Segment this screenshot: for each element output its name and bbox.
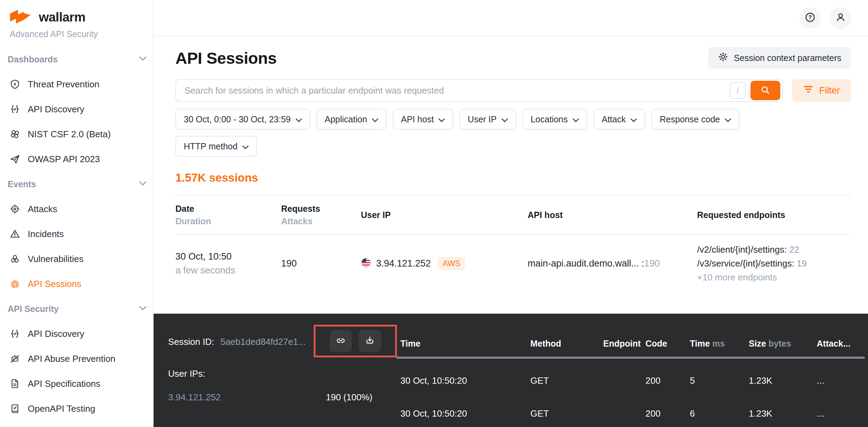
page-title: API Sessions bbox=[175, 49, 277, 68]
sidebar-item-nist-csf[interactable]: NIST CSF 2.0 (Beta) bbox=[8, 122, 147, 147]
user-menu-button[interactable] bbox=[830, 7, 851, 29]
date-range-filter[interactable]: 30 Oct, 0:00 - 30 Oct, 23:59 bbox=[175, 109, 310, 130]
requests-table-header: Time Method Endpoint Code Time ms Size b… bbox=[400, 339, 868, 349]
search-input[interactable] bbox=[184, 85, 725, 96]
col-time-ms: Time ms bbox=[690, 339, 749, 349]
col-size: Size bytes bbox=[749, 339, 817, 349]
copy-session-link-button[interactable] bbox=[330, 330, 352, 352]
filter-lines-icon bbox=[803, 85, 814, 96]
wallarm-console: wallarm Advanced API Security Dashboards… bbox=[0, 0, 868, 427]
session-api-host: main-api.audit.demo.wall... bbox=[528, 258, 639, 269]
session-row[interactable]: 30 Oct, 10:50 a few seconds 190 3.94.121… bbox=[175, 235, 851, 292]
fingerprint-icon bbox=[10, 279, 20, 289]
attack-filter[interactable]: Attack bbox=[593, 109, 645, 130]
annotation-highlight bbox=[314, 325, 397, 357]
chevron-down-icon bbox=[242, 141, 249, 151]
col-method: Method bbox=[530, 339, 603, 349]
logo[interactable]: wallarm bbox=[8, 9, 147, 26]
main-area: ? API Sessions Session context parameter… bbox=[154, 0, 868, 427]
session-user-ip: 3.94.121.252 bbox=[376, 258, 431, 269]
chevron-down-icon bbox=[139, 56, 147, 62]
filter-button[interactable]: Filter bbox=[792, 79, 851, 102]
session-duration: a few seconds bbox=[175, 263, 281, 277]
session-date: 30 Oct, 10:50 bbox=[175, 250, 281, 263]
sidebar-item-api-specifications[interactable]: API Specifications bbox=[8, 371, 147, 396]
download-session-button[interactable] bbox=[359, 330, 381, 352]
gear-icon bbox=[718, 52, 728, 64]
panel-user-ip[interactable]: 3.94.121.252 bbox=[168, 392, 221, 403]
shield-bolt-icon bbox=[10, 79, 20, 89]
col-date: Date bbox=[175, 202, 281, 215]
endpoint-line: /v2/client/{int}/settings: 22 bbox=[697, 243, 851, 256]
nav-section-events[interactable]: Events bbox=[8, 172, 147, 197]
book-check-icon bbox=[10, 403, 20, 414]
target-icon bbox=[10, 204, 20, 214]
paper-plane-icon bbox=[10, 154, 20, 164]
filter-chips-row-1: 30 Oct, 0:00 - 30 Oct, 23:59 Application… bbox=[175, 109, 851, 130]
col-user-ip: User IP bbox=[361, 209, 528, 221]
product-tagline: Advanced API Security bbox=[8, 29, 147, 39]
sidebar-item-owasp-api[interactable]: OWASP API 2023 bbox=[8, 147, 147, 172]
sidebar-item-openapi-testing[interactable]: OpenAPI Testing bbox=[8, 396, 147, 421]
ip-provider-badge: AWS bbox=[438, 257, 466, 270]
endpoint-line: /v3/service/{int}/settings: 19 bbox=[697, 256, 851, 270]
user-icon bbox=[835, 11, 847, 25]
sidebar-item-incidents[interactable]: Incidents bbox=[8, 221, 147, 246]
session-context-parameters-button[interactable]: Session context parameters bbox=[708, 47, 851, 69]
http-method-filter[interactable]: HTTP method bbox=[175, 136, 257, 157]
search-box: / bbox=[175, 79, 783, 102]
chevron-down-icon bbox=[573, 114, 579, 124]
nav-section-dashboards[interactable]: Dashboards bbox=[8, 47, 147, 72]
robot-slash-icon bbox=[10, 354, 20, 364]
session-id-label: Session ID: bbox=[168, 337, 214, 347]
col-code: Code bbox=[645, 339, 690, 349]
document-icon bbox=[10, 378, 20, 389]
chevron-down-icon bbox=[502, 114, 508, 124]
sidebar-item-vulnerabilities[interactable]: Vulnerabilities bbox=[8, 246, 147, 271]
sidebar-item-api-abuse-prevention[interactable]: API Abuse Prevention bbox=[8, 346, 147, 371]
chevron-down-icon bbox=[439, 114, 445, 124]
warning-triangle-icon bbox=[10, 229, 20, 239]
user-ip-share: 190 (100%) bbox=[326, 392, 372, 403]
col-api-host: API host bbox=[528, 209, 697, 221]
api-host-filter[interactable]: API host bbox=[393, 109, 453, 130]
application-filter[interactable]: Application bbox=[316, 109, 387, 130]
sidebar: wallarm Advanced API Security Dashboards… bbox=[0, 0, 154, 427]
trefoil-icon bbox=[10, 254, 20, 264]
search-button[interactable] bbox=[750, 81, 780, 100]
col-time: Time bbox=[400, 339, 530, 349]
session-requests: 190 bbox=[281, 258, 361, 269]
top-bar: ? bbox=[154, 0, 868, 37]
sidebar-item-attacks[interactable]: Attacks bbox=[8, 197, 147, 221]
horizontal-scrollbar[interactable] bbox=[396, 357, 865, 359]
col-requests: Requests bbox=[281, 202, 361, 215]
sessions-table-header: Date Duration Requests Attacks User IP A… bbox=[175, 195, 851, 235]
nav-section-api-security[interactable]: API Security bbox=[8, 296, 147, 321]
search-icon bbox=[760, 85, 771, 97]
request-row[interactable]: 30 Oct, 10:50:20 GET 200 5 1.23K ... bbox=[400, 375, 868, 386]
user-ips-label: User IPs: bbox=[168, 368, 205, 379]
col-attack: Attack... bbox=[817, 339, 868, 349]
help-button[interactable]: ? bbox=[799, 7, 821, 29]
sidebar-item-api-sessions[interactable]: API Sessions bbox=[8, 271, 147, 296]
chevron-down-icon bbox=[139, 181, 147, 187]
link-icon bbox=[336, 336, 346, 347]
col-attacks: Attacks bbox=[281, 215, 361, 227]
chevron-down-icon bbox=[296, 114, 302, 124]
svg-text:?: ? bbox=[808, 15, 812, 20]
sidebar-item-api-discovery[interactable]: API Discovery bbox=[8, 97, 147, 122]
request-row[interactable]: 30 Oct, 10:50:20 GET 200 6 1.23K ... bbox=[400, 408, 868, 419]
user-ip-filter[interactable]: User IP bbox=[459, 109, 516, 130]
more-endpoints-link[interactable]: +10 more endpoints bbox=[697, 270, 851, 284]
us-flag-icon bbox=[361, 258, 371, 269]
sidebar-item-api-discovery-2[interactable]: API Discovery bbox=[8, 321, 147, 346]
logo-text: wallarm bbox=[39, 10, 85, 25]
col-requested-endpoints: Requested endpoints bbox=[697, 209, 851, 221]
sidebar-item-threat-prevention[interactable]: Threat Prevention bbox=[8, 72, 147, 97]
locations-filter[interactable]: Locations bbox=[522, 109, 587, 130]
response-code-filter[interactable]: Response code bbox=[651, 109, 739, 130]
page-content: API Sessions Session context parameters … bbox=[154, 37, 868, 314]
clover-icon bbox=[10, 129, 20, 139]
col-duration: Duration bbox=[175, 215, 281, 227]
braces-check-icon bbox=[10, 104, 20, 114]
